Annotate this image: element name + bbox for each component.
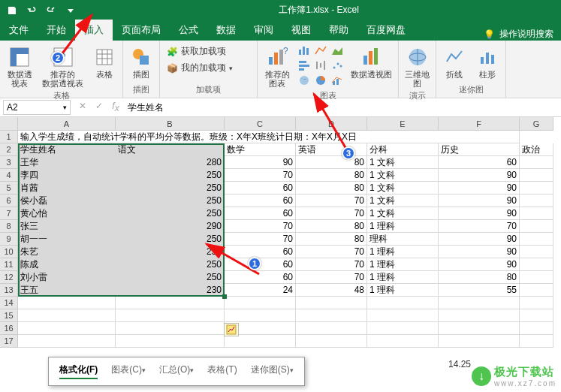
undo-icon[interactable] <box>23 2 41 20</box>
cell[interactable]: 90 <box>439 182 520 194</box>
tab-help[interactable]: 帮助 <box>320 20 357 41</box>
cell[interactable]: 陈成 <box>18 258 116 271</box>
cell[interactable]: 70 <box>296 258 367 271</box>
cell[interactable]: 250 <box>116 233 225 246</box>
cell[interactable]: 90 <box>439 207 520 220</box>
cell[interactable]: 90 <box>225 156 296 169</box>
cell[interactable]: 肖茜 <box>18 182 116 194</box>
cell[interactable]: 250 <box>116 169 225 182</box>
cell[interactable]: 80 <box>439 271 520 284</box>
select-all-corner[interactable] <box>0 117 18 131</box>
cell[interactable]: 60 <box>225 194 296 207</box>
cell[interactable]: 王华 <box>18 156 116 169</box>
tell-me-search[interactable]: 💡 操作说明搜索 <box>476 28 561 41</box>
tab-layout[interactable]: 页面布局 <box>113 20 170 41</box>
cell[interactable] <box>520 284 553 297</box>
cell[interactable]: 1 文科 <box>367 182 439 194</box>
row-header-6[interactable]: 6 <box>0 194 18 207</box>
sparkline-column-button[interactable]: 柱形 <box>472 44 502 80</box>
col-header-B[interactable]: B <box>116 117 225 131</box>
row-header-9[interactable]: 9 <box>0 233 18 246</box>
cell[interactable] <box>367 322 439 335</box>
illustrations-button[interactable]: 插图 <box>126 44 156 80</box>
cell[interactable]: 290 <box>116 220 225 233</box>
cell[interactable] <box>18 297 116 309</box>
cell[interactable]: 1 理科 <box>367 284 439 297</box>
scatter-chart-icon[interactable] <box>330 59 345 72</box>
tab-home[interactable]: 开始 <box>38 20 75 41</box>
tab-view[interactable]: 视图 <box>282 20 320 41</box>
row-header-5[interactable]: 5 <box>0 182 18 194</box>
cell[interactable]: 48 <box>296 284 367 297</box>
tab-review[interactable]: 审阅 <box>245 20 282 41</box>
row-header-2[interactable]: 2 <box>0 143 18 156</box>
cell[interactable]: 60 <box>225 207 296 220</box>
line-chart-icon[interactable] <box>313 44 328 57</box>
cell[interactable] <box>116 297 225 309</box>
combo-chart-icon[interactable] <box>330 74 345 87</box>
row-header-17[interactable]: 17 <box>0 335 18 348</box>
gallery-tab-chart[interactable]: 图表(C)▾ <box>111 363 146 379</box>
cell[interactable]: 胡一一 <box>18 233 116 246</box>
cell[interactable]: 王五 <box>18 284 116 297</box>
cell[interactable] <box>520 182 553 194</box>
recommended-charts-button[interactable]: ? 推荐的 图表 <box>261 44 294 89</box>
column-chart-icon[interactable] <box>297 44 312 57</box>
bar-chart-icon[interactable] <box>297 59 312 72</box>
cell[interactable]: 刘小雷 <box>18 271 116 284</box>
cell[interactable]: 90 <box>439 194 520 207</box>
cell[interactable] <box>18 335 116 348</box>
cell[interactable]: 250 <box>116 194 225 207</box>
cell[interactable] <box>367 335 439 348</box>
cell[interactable]: 24 <box>225 284 296 297</box>
cell[interactable] <box>520 309 553 322</box>
gallery-tab-spark[interactable]: 迷你图(S)▾ <box>251 363 294 379</box>
gallery-tab-table[interactable]: 表格(T) <box>207 363 237 379</box>
cell[interactable] <box>225 297 296 309</box>
cell[interactable]: 70 <box>296 207 367 220</box>
cell[interactable]: 250 <box>116 271 225 284</box>
cell[interactable]: 英语 <box>296 143 367 156</box>
row-header-12[interactable]: 12 <box>0 271 18 284</box>
cell[interactable]: 黄心怡 <box>18 207 116 220</box>
cell[interactable]: 250 <box>116 182 225 194</box>
cell[interactable] <box>367 297 439 309</box>
cell[interactable]: 90 <box>439 258 520 271</box>
cell[interactable] <box>520 156 553 169</box>
col-header-A[interactable]: A <box>18 117 116 131</box>
table-button[interactable]: 表格 <box>89 44 119 80</box>
cell[interactable]: 60 <box>225 182 296 194</box>
cell[interactable]: 李四 <box>18 169 116 182</box>
cell[interactable]: 1 文科 <box>367 156 439 169</box>
cell[interactable] <box>225 309 296 322</box>
grid-body[interactable]: 输入学生成绩，自动统计学科的平均分等数据。班级：X年X班统计日期：X年X月X日学… <box>18 131 561 356</box>
cell[interactable] <box>439 309 520 322</box>
cell[interactable]: 70 <box>296 246 367 258</box>
cell[interactable]: 250 <box>116 207 225 220</box>
cell[interactable] <box>520 207 553 220</box>
cell[interactable]: 80 <box>296 233 367 246</box>
cell[interactable]: 1 文科 <box>367 169 439 182</box>
cell[interactable]: 60 <box>439 156 520 169</box>
pie-chart-icon[interactable] <box>313 74 328 87</box>
cancel-formula-icon[interactable]: ✕ <box>75 101 90 113</box>
cell[interactable]: 输入学生成绩，自动统计学科的平均分等数据。班级：X年X班统计日期：X年X月X日 <box>18 131 520 143</box>
tab-data[interactable]: 数据 <box>207 20 245 41</box>
cell[interactable] <box>520 297 553 309</box>
cell[interactable] <box>520 233 553 246</box>
pivot-table-button[interactable]: 数据透 视表 <box>3 44 36 89</box>
cell[interactable]: 理科 <box>367 233 439 246</box>
cell[interactable] <box>520 194 553 207</box>
row-header-7[interactable]: 7 <box>0 207 18 220</box>
row-header-11[interactable]: 11 <box>0 258 18 271</box>
cell[interactable]: 80 <box>296 182 367 194</box>
accept-formula-icon[interactable]: ✓ <box>92 101 107 113</box>
row-header-15[interactable]: 15 <box>0 309 18 322</box>
row-header-4[interactable]: 4 <box>0 169 18 182</box>
cell[interactable]: 1 文科 <box>367 194 439 207</box>
row-header-16[interactable]: 16 <box>0 322 18 335</box>
name-box[interactable]: A2▾ <box>3 100 71 115</box>
cell[interactable] <box>439 297 520 309</box>
cell[interactable] <box>520 335 553 348</box>
cell[interactable] <box>520 258 553 271</box>
